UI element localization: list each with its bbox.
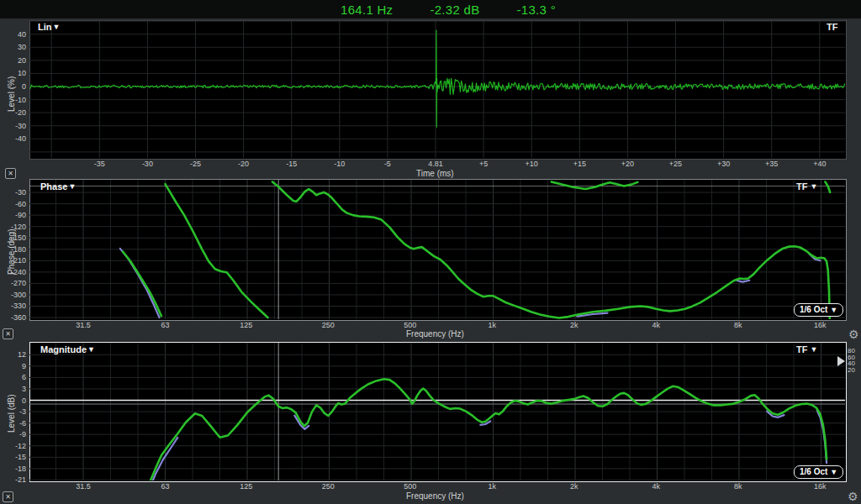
phase-x-tick: 16k	[807, 321, 832, 329]
phase-x-tick: 4k	[643, 321, 668, 329]
phase-y-tick: -60	[1, 200, 26, 208]
impulse-type-dropdown[interactable]: Lin▼	[38, 22, 60, 32]
magnitude-y-tick: -3	[1, 407, 26, 416]
magnitude-y-tick: -12	[1, 442, 26, 450]
magnitude-y-tick: 9	[1, 362, 26, 370]
magnitude-y-tick: 12	[1, 350, 26, 359]
impulse-y-tick: 10	[1, 69, 26, 77]
magnitude-smoothing-label: 1/6 Oct	[800, 467, 827, 476]
dropdown-arrow-icon: ▼	[87, 346, 95, 354]
magnitude-settings-gear-icon[interactable]: ⚙	[848, 491, 858, 502]
impulse-x-tick: -10	[327, 160, 352, 168]
magnitude-close-button[interactable]: ✕	[3, 491, 13, 502]
phase-smoothing-dropdown[interactable]: 1/6 Oct▼	[794, 303, 843, 317]
magnitude-x-tick: 4k	[643, 482, 668, 491]
impulse-x-tick: +35	[759, 160, 784, 168]
phase-x-tick: 63	[153, 321, 178, 329]
impulse-plot-area[interactable]	[29, 20, 847, 160]
phase-settings-gear-icon[interactable]: ⚙	[848, 328, 859, 340]
phase-tf-label: TF	[796, 181, 807, 192]
dropdown-arrow-icon: ▼	[830, 306, 837, 314]
impulse-x-tick: +40	[807, 160, 832, 168]
phase-xlabel: Frequency (Hz)	[406, 329, 464, 339]
phase-source-dropdown[interactable]: TF▼	[796, 181, 817, 192]
magnitude-source-dropdown[interactable]: TF▼	[796, 344, 817, 354]
magnitude-x-tick: 63	[153, 482, 178, 491]
magnitude-tf-label: TF	[796, 344, 807, 354]
impulse-y-tick: 40	[1, 30, 26, 39]
magnitude-smoothing-dropdown[interactable]: 1/6 Oct▼	[794, 465, 843, 479]
phase-x-tick: 2k	[562, 321, 587, 329]
phase-plot-area[interactable]	[29, 179, 847, 321]
magnitude-x-tick: 2k	[562, 482, 587, 491]
coherence-scale: 80604020	[848, 348, 855, 373]
impulse-x-tick: +15	[567, 160, 592, 168]
impulse-x-tick: -30	[135, 160, 160, 168]
impulse-x-tick: +20	[615, 160, 640, 168]
impulse-x-tick: +25	[663, 160, 689, 168]
impulse-x-tick: -15	[279, 160, 304, 168]
readout-magnitude: -2.32 dB	[430, 3, 479, 17]
impulse-y-tick: 30	[1, 43, 26, 51]
phase-y-tick: -120	[1, 223, 26, 231]
impulse-tf-label: TF	[827, 22, 837, 32]
impulse-xlabel: Time (ms)	[416, 169, 454, 178]
dropdown-arrow-icon: ▼	[830, 468, 837, 476]
phase-x-tick: 500	[398, 321, 423, 329]
phase-y-tick: -210	[1, 256, 26, 265]
impulse-y-tick: -40	[1, 134, 26, 143]
impulse-x-tick: +30	[711, 160, 737, 168]
impulse-close-button[interactable]: ✕	[5, 168, 16, 179]
impulse-y-tick: 0	[1, 82, 26, 91]
phase-y-tick: -300	[1, 291, 26, 299]
magnitude-xlabel: Frequency (Hz)	[406, 491, 464, 501]
impulse-title: Lin	[38, 22, 52, 32]
phase-y-tick: -330	[1, 302, 26, 310]
impulse-x-tick: -25	[183, 160, 209, 168]
impulse-x-tick: +5	[471, 160, 496, 168]
impulse-x-tick: -35	[87, 160, 112, 168]
phase-x-tick: 1k	[479, 321, 504, 329]
magnitude-y-tick: -18	[1, 465, 26, 473]
impulse-y-tick: -20	[1, 108, 26, 117]
magnitude-y-tick: 0	[1, 396, 26, 405]
magnitude-x-tick: 250	[315, 482, 341, 491]
impulse-y-tick: 20	[1, 56, 26, 65]
phase-y-tick: -360	[1, 313, 26, 322]
phase-x-tick: 31.5	[71, 321, 96, 329]
coherence-scale-value: 20	[848, 367, 855, 374]
dropdown-arrow-icon: ▼	[53, 24, 61, 31]
magnitude-type-dropdown[interactable]: Magnitude▼	[40, 344, 95, 354]
coherence-threshold-pointer[interactable]	[837, 356, 845, 366]
phase-title: Phase	[40, 181, 67, 192]
phase-y-tick: -270	[1, 279, 26, 287]
phase-y-tick: -240	[1, 268, 26, 276]
magnitude-y-tick: -6	[1, 419, 26, 428]
magnitude-y-tick: 6	[1, 373, 26, 381]
impulse-y-tick: -30	[1, 122, 26, 130]
cursor-readout-bar: 164.1 Hz -2.32 dB -13.3 °	[0, 0, 861, 18]
magnitude-y-tick: -15	[1, 453, 26, 461]
dropdown-arrow-icon: ▼	[810, 345, 817, 354]
magnitude-y-tick: 3	[1, 385, 26, 393]
magnitude-x-tick: 1k	[479, 482, 504, 491]
readout-phase: -13.3 °	[517, 3, 556, 17]
magnitude-x-tick: 16k	[807, 482, 832, 491]
dropdown-arrow-icon: ▼	[810, 182, 817, 191]
impulse-x-tick: -20	[231, 160, 256, 168]
phase-smoothing-label: 1/6 Oct	[800, 305, 827, 314]
impulse-x-tick: -5	[375, 160, 400, 168]
analyzer-window: 164.1 Hz -2.32 dB -13.3 ° Lin▼ TF Level …	[0, 0, 861, 504]
phase-x-tick: 250	[315, 321, 341, 329]
magnitude-x-tick: 500	[398, 482, 423, 491]
phase-close-button[interactable]: ✕	[3, 328, 13, 339]
magnitude-plot-area[interactable]	[29, 342, 847, 482]
phase-type-dropdown[interactable]: Phase▼	[40, 181, 76, 192]
impulse-x-tick: +10	[519, 160, 544, 168]
readout-frequency: 164.1 Hz	[341, 3, 393, 17]
impulse-source-label[interactable]: TF	[827, 22, 837, 32]
phase-y-tick: -30	[1, 188, 26, 197]
impulse-y-tick: -10	[1, 96, 26, 104]
phase-y-tick: -90	[1, 211, 26, 219]
magnitude-x-tick: 125	[234, 482, 259, 491]
